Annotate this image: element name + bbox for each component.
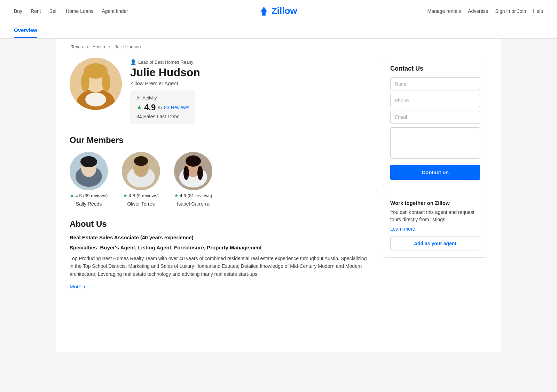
work-title: Work together on Zillow: [390, 200, 480, 206]
member-card-2: ★ 4.9 (81 reviews) Isabel Carrerra: [174, 152, 212, 207]
star-icon: ★: [136, 104, 142, 111]
agent-role: Lead of Best Homes Realty: [138, 59, 193, 65]
agent-photo: [70, 58, 122, 110]
zillow-logo[interactable]: Zillow: [258, 6, 297, 17]
agent-photo-svg: [70, 58, 122, 110]
message-textarea[interactable]: [390, 127, 480, 159]
zillow-logo-icon: [258, 6, 269, 17]
member-reviews-0: (39 reviews): [83, 193, 108, 198]
top-navigation: Buy Rent Sell Home Loans Agent finder Zi…: [0, 0, 557, 22]
work-body: You can contact this agent and request t…: [390, 209, 480, 223]
member-name-2[interactable]: Isabel Carrerra: [177, 201, 209, 207]
member-svg-1: [122, 152, 160, 190]
about-body: Top Producing Best Homes Realty Team wit…: [70, 255, 369, 278]
review-count-link[interactable]: 83 Reviews: [164, 105, 189, 110]
about-specialties: Specialties: Buyer's Agent, Listing Agen…: [70, 245, 369, 250]
member-rating-2: ★ 4.9 (81 reviews): [174, 193, 212, 198]
member-name-0[interactable]: Sally Reeds: [76, 201, 102, 207]
svg-point-18: [186, 155, 201, 167]
member-reviews-1: (9 reviews): [136, 193, 159, 198]
contact-card: Contact Us Contact us: [383, 58, 487, 187]
phone-input[interactable]: [390, 94, 480, 107]
member-rating-val-0: 4.5: [76, 193, 82, 198]
nav-sell[interactable]: Sell: [49, 8, 57, 14]
agent-info: 👤 Lead of Best Homes Realty Julie Hudson…: [130, 58, 369, 124]
more-link[interactable]: More ▾: [70, 283, 369, 289]
contact-button[interactable]: Contact us: [390, 165, 480, 180]
email-input[interactable]: [390, 111, 480, 124]
nav-right: Manage rentals Advertise Sign in or Join…: [427, 8, 543, 14]
svg-point-10: [80, 156, 97, 167]
svg-point-14: [134, 156, 148, 166]
work-card: Work together on Zillow You can contact …: [383, 193, 487, 258]
about-title: About Us: [70, 219, 369, 229]
member-rating-val-1: 4.8: [129, 193, 135, 198]
breadcrumb-sep-2: ›: [109, 44, 110, 49]
rating-max: /5: [158, 105, 162, 110]
nav-rent[interactable]: Rent: [31, 8, 41, 14]
rating-row: ★ 4.9 /5 83 Reviews: [136, 103, 189, 112]
name-input[interactable]: [390, 77, 480, 90]
nav-buy[interactable]: Buy: [14, 8, 22, 14]
members-title: Our Members: [70, 135, 369, 145]
svg-point-19: [183, 166, 189, 180]
breadcrumb-texas[interactable]: Texas: [71, 44, 83, 49]
main-content: 👤 Lead of Best Homes Realty Julie Hudson…: [70, 58, 369, 296]
about-section: About Us Real Estate Sales Associate (40…: [70, 219, 369, 289]
sales-text: 34 Sales Last 12mo: [136, 114, 189, 119]
tab-overview[interactable]: Overview: [14, 22, 37, 38]
sidebar: Contact Us Contact us Work together on Z…: [383, 58, 487, 296]
member-rating-1: ★ 4.8 (9 reviews): [123, 193, 159, 198]
more-label: More: [70, 283, 81, 289]
agent-header: 👤 Lead of Best Homes Realty Julie Hudson…: [70, 58, 369, 124]
member-svg-2: [174, 152, 212, 190]
member-photo-2: [174, 152, 212, 190]
learn-more-link[interactable]: Learn more: [390, 226, 480, 232]
members-section: Our Members ★: [70, 135, 369, 207]
page-wrapper: Texas › Austin › Julie Hudson: [56, 39, 501, 352]
activity-label: All Activity: [136, 95, 189, 101]
agent-role-icon: 👤: [130, 59, 136, 65]
nav-signin-join[interactable]: Sign in or Join: [495, 8, 526, 14]
nav-manage-rentals[interactable]: Manage rentals: [427, 8, 461, 14]
nav-home-loans[interactable]: Home Loans: [66, 8, 93, 14]
content-area: 👤 Lead of Best Homes Realty Julie Hudson…: [56, 52, 501, 310]
svg-point-20: [197, 166, 203, 180]
svg-point-4: [81, 72, 89, 92]
nav-help[interactable]: Help: [533, 8, 543, 14]
member-photo-0: [70, 152, 108, 190]
member-card-0: ★ 4.5 (39 reviews) Sally Reeds: [70, 152, 108, 207]
member-rating-val-2: 4.9: [180, 193, 186, 198]
breadcrumb: Texas › Austin › Julie Hudson: [56, 39, 501, 52]
about-subtitle: Real Estate Sales Associate (40 years ex…: [70, 234, 369, 240]
rating-number: 4.9: [144, 103, 156, 112]
agent-title: Zillow Premier Agent: [130, 80, 369, 86]
zillow-logo-text: Zillow: [272, 6, 297, 16]
member-star-1: ★: [123, 193, 127, 198]
member-name-1[interactable]: Oliver Torres: [127, 201, 155, 207]
member-reviews-2: (81 reviews): [188, 193, 212, 198]
member-card-1: ★ 4.8 (9 reviews) Oliver Torres: [122, 152, 160, 207]
breadcrumb-austin[interactable]: Austin: [93, 44, 105, 49]
breadcrumb-agent-name: Julie Hudson: [115, 44, 141, 49]
svg-point-6: [85, 93, 106, 106]
members-grid: ★ 4.5 (39 reviews) Sally Reeds: [70, 152, 369, 207]
activity-box: All Activity ★ 4.9 /5 83 Reviews 34 Sale…: [130, 90, 195, 124]
member-rating-0: ★ 4.5 (39 reviews): [70, 193, 108, 198]
contact-title: Contact Us: [390, 65, 480, 72]
member-photo-1: [122, 152, 160, 190]
member-svg-0: [70, 152, 108, 190]
add-agent-button[interactable]: Add as your agent: [390, 237, 480, 250]
chevron-down-icon: ▾: [84, 284, 86, 289]
svg-point-5: [102, 72, 110, 92]
nav-agent-finder[interactable]: Agent finder: [102, 8, 128, 14]
sub-navigation: Overview: [0, 22, 557, 39]
nav-left: Buy Rent Sell Home Loans Agent finder: [14, 8, 128, 14]
nav-advertise[interactable]: Advertise: [468, 8, 488, 14]
agent-role-line: 👤 Lead of Best Homes Realty: [130, 59, 369, 65]
member-star-0: ★: [70, 193, 74, 198]
breadcrumb-sep-1: ›: [87, 44, 88, 49]
member-star-2: ★: [174, 193, 179, 198]
agent-name: Julie Hudson: [130, 66, 369, 79]
